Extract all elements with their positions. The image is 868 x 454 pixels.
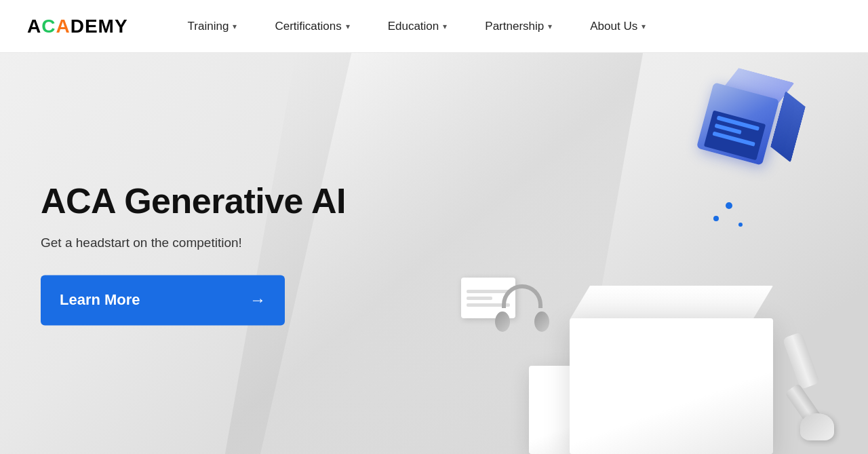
dot-decoration bbox=[713, 216, 719, 221]
nav-label-about-us: About Us bbox=[590, 20, 637, 33]
dot-decoration bbox=[738, 223, 743, 227]
nav-label-training: Training bbox=[188, 20, 229, 33]
logo[interactable]: ACADEMY bbox=[27, 16, 128, 37]
nav-item-certifications[interactable]: Certifications ▾ bbox=[256, 0, 368, 53]
hero-subtitle: Get a headstart on the competition! bbox=[41, 235, 346, 250]
nav-item-training[interactable]: Training ▾ bbox=[169, 0, 256, 53]
nav-label-education: Education bbox=[388, 20, 439, 33]
cube-screen-line bbox=[712, 132, 755, 147]
robot-hand bbox=[800, 413, 834, 440]
chevron-down-icon: ▾ bbox=[443, 22, 447, 31]
nav-label-certifications: Certifications bbox=[275, 20, 341, 33]
card-line bbox=[467, 297, 492, 300]
learn-more-label: Learn More bbox=[60, 291, 140, 309]
nav-item-about-us[interactable]: About Us ▾ bbox=[571, 0, 665, 53]
learn-more-button[interactable]: Learn More → bbox=[41, 275, 285, 325]
dot-decoration bbox=[726, 202, 732, 209]
robot-arm-upper bbox=[783, 332, 821, 390]
hero-visual bbox=[427, 53, 868, 454]
chevron-down-icon: ▾ bbox=[548, 22, 552, 31]
navbar: ACADEMY Training ▾ Certifications ▾ Educ… bbox=[0, 0, 868, 53]
nav-item-partnership[interactable]: Partnership ▾ bbox=[466, 0, 571, 53]
nav-label-partnership: Partnership bbox=[485, 20, 544, 33]
block-top bbox=[570, 286, 773, 320]
chevron-down-icon: ▾ bbox=[346, 22, 350, 31]
nav-menu: Training ▾ Certifications ▾ Education ▾ … bbox=[169, 0, 665, 53]
nav-item-education[interactable]: Education ▾ bbox=[369, 0, 467, 53]
robot-arm bbox=[753, 332, 834, 440]
chevron-down-icon: ▾ bbox=[233, 22, 237, 31]
chevron-down-icon: ▾ bbox=[642, 22, 646, 31]
headset-ear-left bbox=[495, 311, 510, 332]
block-main bbox=[570, 318, 773, 454]
hero-section: ACA Generative AI Get a headstart on the… bbox=[0, 53, 868, 454]
hero-content: ACA Generative AI Get a headstart on the… bbox=[41, 182, 346, 325]
floating-cube bbox=[694, 62, 810, 178]
logo-text: ACADEMY bbox=[27, 16, 128, 37]
arrow-right-icon: → bbox=[250, 290, 266, 309]
cube-screen bbox=[704, 110, 766, 160]
hero-title: ACA Generative AI bbox=[41, 182, 346, 221]
